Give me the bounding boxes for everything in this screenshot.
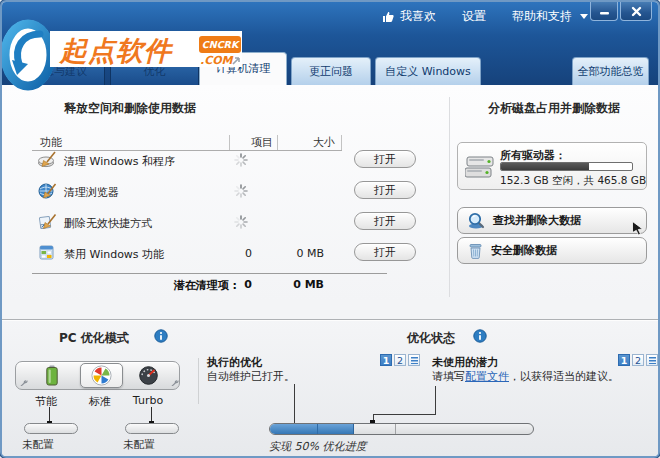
all-drives-label: 所有驱动器： xyxy=(500,148,566,163)
gauge-icon xyxy=(138,366,159,385)
close-icon xyxy=(631,6,642,17)
tab-label: 全部功能总览 xyxy=(578,66,644,78)
tab-fix-problems[interactable]: 更正问题 xyxy=(291,57,371,85)
shortcut-broom-icon xyxy=(38,213,58,231)
info-icon[interactable] xyxy=(154,329,168,343)
open-button[interactable]: 打开 xyxy=(354,212,416,230)
column-items: 项目 xyxy=(230,135,278,150)
mode-turbo-button[interactable] xyxy=(123,363,173,388)
settings-label: 设置 xyxy=(462,8,486,25)
column-size: 大小 xyxy=(278,135,342,150)
window-controls xyxy=(588,2,652,21)
drive-space-detail: 152.3 GB 空闲，共 465.8 GB xyxy=(500,174,646,188)
unused-potential-body: 请填写配置文件，以获得适当的建议。 xyxy=(432,369,619,384)
windows-features-icon xyxy=(38,244,58,262)
progress-tick xyxy=(317,424,318,434)
close-button[interactable] xyxy=(620,2,652,21)
disk-broom-icon xyxy=(38,151,58,169)
row-size-value: 0 MB xyxy=(262,247,324,260)
tab-overview-all-functions[interactable]: 全部功能总览 xyxy=(572,57,649,85)
trash-icon xyxy=(468,242,483,259)
securely-delete-data-button[interactable]: 安全删除数据 xyxy=(457,237,647,264)
progress-tick xyxy=(395,424,396,434)
battery-icon xyxy=(46,365,58,386)
open-button-label: 打开 xyxy=(374,245,396,260)
tab-label: 自定义 Windows xyxy=(385,66,471,78)
economy-config-label: 未配置 xyxy=(22,438,54,452)
tab-label: 计算机清理 xyxy=(216,63,271,75)
open-button-label: 打开 xyxy=(374,152,396,167)
connector-line xyxy=(294,384,295,427)
page-2-button[interactable]: 2 xyxy=(394,354,406,366)
list-view-button[interactable] xyxy=(646,354,658,366)
body-prefix: 请填写 xyxy=(432,370,465,383)
row-name: 删除无效快捷方式 xyxy=(64,216,152,231)
list-icon xyxy=(649,357,656,364)
action-label: 查找并删除大数据 xyxy=(493,213,581,228)
info-icon[interactable] xyxy=(473,329,487,343)
connector-line xyxy=(435,386,436,414)
mode-turbo-label: Turbo xyxy=(118,394,178,407)
tab-customize-windows[interactable]: 自定义 Windows xyxy=(375,57,481,85)
minimize-icon xyxy=(599,6,610,16)
page-1-button[interactable]: 1 xyxy=(618,354,630,366)
chevron-down-icon xyxy=(580,14,588,19)
tab-label: 状态与建议 xyxy=(32,66,87,78)
tab-label: 优化 xyxy=(144,66,166,78)
thumbs-up-icon xyxy=(382,11,395,23)
tab-optimize[interactable]: 优化 xyxy=(110,57,199,85)
optimization-footer: PC 优化模式 xyxy=(2,319,658,456)
tab-status-recommendations[interactable]: 状态与建议 xyxy=(14,57,105,85)
open-button[interactable]: 打开 xyxy=(354,150,416,168)
optimization-progress-fill xyxy=(270,424,354,434)
pinwheel-icon xyxy=(91,365,112,386)
open-button[interactable]: 打开 xyxy=(354,243,416,261)
pager-performed: 1 2 xyxy=(380,354,420,366)
find-remove-large-data-button[interactable]: 查找并删除大数据 xyxy=(457,207,647,234)
titlebar-menu: 我喜欢 设置 帮助和支持 xyxy=(382,8,588,25)
page-2-button[interactable]: 2 xyxy=(632,354,644,366)
busy-spinner-icon xyxy=(234,184,248,198)
summary-size-value: 0 MB xyxy=(262,278,324,291)
help-label: 帮助和支持 xyxy=(512,8,572,25)
settings-menu-item[interactable]: 设置 xyxy=(462,8,486,25)
help-menu-item[interactable]: 帮助和支持 xyxy=(512,8,588,25)
open-button-label: 打开 xyxy=(374,214,396,229)
mode-economy-button[interactable] xyxy=(24,363,80,388)
tuneup-window: 我喜欢 设置 帮助和支持 状态与建议 xyxy=(0,0,660,458)
profile-link[interactable]: 配置文件 xyxy=(465,370,509,383)
connector-line xyxy=(373,414,436,415)
open-button[interactable]: 打开 xyxy=(354,181,416,199)
cleanup-section-title: 释放空间和删除使用数据 xyxy=(64,100,196,117)
pager-potential: 1 2 xyxy=(618,354,658,366)
performed-optimizations-body: 自动维护已打开。 xyxy=(207,369,295,384)
titlebar: 我喜欢 设置 帮助和支持 状态与建议 xyxy=(2,2,658,85)
open-button-label: 打开 xyxy=(374,183,396,198)
pc-mode-title: PC 优化模式 xyxy=(59,330,129,347)
browser-broom-icon xyxy=(38,182,58,200)
page-1-button[interactable]: 1 xyxy=(380,354,392,366)
favorites-label: 我喜欢 xyxy=(400,8,436,25)
action-label: 安全删除数据 xyxy=(491,243,557,258)
list-icon xyxy=(411,357,418,364)
busy-spinner-icon xyxy=(234,153,248,167)
favorites-menu-item[interactable]: 我喜欢 xyxy=(382,8,436,25)
economy-config-callout[interactable] xyxy=(24,423,78,434)
tab-label: 更正问题 xyxy=(309,66,353,78)
tab-clean-computer[interactable]: 计算机清理 xyxy=(199,52,287,85)
mode-standard-button[interactable] xyxy=(80,363,123,388)
performed-optimizations-title: 执行的优化 xyxy=(207,355,262,370)
magnifier-icon xyxy=(468,212,485,229)
minimize-button[interactable] xyxy=(590,2,618,21)
drives-icon xyxy=(465,151,495,183)
column-feature: 功能 xyxy=(32,135,230,150)
analyze-section-title: 分析磁盘占用并删除数据 xyxy=(488,100,620,117)
optimization-progress-label: 实现 50% 优化进度 xyxy=(269,439,366,454)
row-items-value: 0 xyxy=(220,247,252,260)
turbo-config-callout[interactable] xyxy=(125,423,179,434)
footer-divider xyxy=(198,358,199,404)
summary-items-value: 0 xyxy=(220,278,252,291)
list-view-button[interactable] xyxy=(408,354,420,366)
cleanup-table-header: 功能 项目 大小 xyxy=(32,135,342,151)
optimization-status-title: 优化状态 xyxy=(407,330,455,347)
